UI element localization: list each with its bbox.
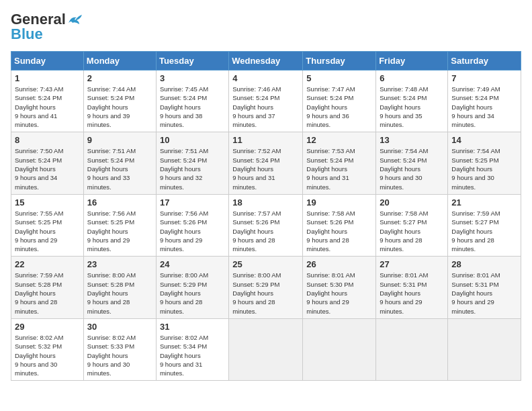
day-info: Sunrise: 8:01 AM Sunset: 5:31 PM Dayligh… xyxy=(451,271,517,315)
day-number: 6 xyxy=(380,73,444,83)
day-info: Sunrise: 7:55 AM Sunset: 5:25 PM Dayligh… xyxy=(15,209,80,253)
day-info: Sunrise: 7:44 AM Sunset: 5:24 PM Dayligh… xyxy=(87,85,152,129)
calendar-cell: 28 Sunrise: 8:01 AM Sunset: 5:31 PM Dayl… xyxy=(448,257,521,318)
day-info: Sunrise: 7:53 AM Sunset: 5:24 PM Dayligh… xyxy=(306,146,372,191)
calendar-cell: 20 Sunrise: 7:58 AM Sunset: 5:27 PM Dayl… xyxy=(376,194,448,256)
calendar-cell: 17 Sunrise: 7:56 AM Sunset: 5:26 PM Dayl… xyxy=(156,194,228,256)
day-number: 12 xyxy=(306,135,372,145)
day-number: 4 xyxy=(232,73,299,83)
day-info: Sunrise: 8:02 AM Sunset: 5:33 PM Dayligh… xyxy=(87,333,152,377)
day-info: Sunrise: 7:46 AM Sunset: 5:24 PM Dayligh… xyxy=(232,85,299,129)
day-number: 15 xyxy=(15,197,80,208)
calendar-cell: 31 Sunrise: 8:02 AM Sunset: 5:34 PM Dayl… xyxy=(156,318,228,380)
day-info: Sunrise: 8:00 AM Sunset: 5:29 PM Dayligh… xyxy=(232,271,299,315)
day-info: Sunrise: 7:43 AM Sunset: 5:24 PM Dayligh… xyxy=(15,85,80,129)
day-info: Sunrise: 8:01 AM Sunset: 5:31 PM Dayligh… xyxy=(380,271,444,315)
calendar-cell: 21 Sunrise: 7:59 AM Sunset: 5:27 PM Dayl… xyxy=(448,194,521,256)
day-info: Sunrise: 7:59 AM Sunset: 5:28 PM Dayligh… xyxy=(15,271,80,315)
calendar-cell: 18 Sunrise: 7:57 AM Sunset: 5:26 PM Dayl… xyxy=(229,194,303,256)
weekday-header-wednesday: Wednesday xyxy=(229,52,303,71)
calendar-cell xyxy=(303,318,376,380)
logo: General Blue xyxy=(11,11,82,43)
day-number: 10 xyxy=(160,135,225,145)
weekday-header-monday: Monday xyxy=(83,52,156,71)
day-info: Sunrise: 7:58 AM Sunset: 5:26 PM Dayligh… xyxy=(306,209,372,253)
day-info: Sunrise: 7:52 AM Sunset: 5:24 PM Dayligh… xyxy=(232,146,299,191)
day-number: 26 xyxy=(306,259,372,269)
day-number: 31 xyxy=(160,322,225,332)
day-info: Sunrise: 7:54 AM Sunset: 5:24 PM Dayligh… xyxy=(380,146,444,191)
day-number: 14 xyxy=(451,135,517,145)
calendar-cell: 6 Sunrise: 7:48 AM Sunset: 5:24 PM Dayli… xyxy=(376,71,448,132)
logo-text-blue: Blue xyxy=(11,26,43,43)
calendar-cell: 22 Sunrise: 7:59 AM Sunset: 5:28 PM Dayl… xyxy=(11,257,84,318)
day-info: Sunrise: 7:59 AM Sunset: 5:27 PM Dayligh… xyxy=(451,209,517,253)
day-info: Sunrise: 7:49 AM Sunset: 5:24 PM Dayligh… xyxy=(451,85,517,129)
day-info: Sunrise: 8:02 AM Sunset: 5:34 PM Dayligh… xyxy=(160,333,225,377)
calendar-cell: 3 Sunrise: 7:45 AM Sunset: 5:24 PM Dayli… xyxy=(156,71,228,132)
calendar-cell: 8 Sunrise: 7:50 AM Sunset: 5:24 PM Dayli… xyxy=(11,132,84,194)
calendar-cell: 4 Sunrise: 7:46 AM Sunset: 5:24 PM Dayli… xyxy=(229,71,303,132)
day-number: 30 xyxy=(87,322,152,332)
day-number: 22 xyxy=(15,259,80,269)
weekday-header-tuesday: Tuesday xyxy=(156,52,228,71)
calendar-cell: 1 Sunrise: 7:43 AM Sunset: 5:24 PM Dayli… xyxy=(11,71,84,132)
day-number: 16 xyxy=(87,197,152,208)
day-number: 25 xyxy=(232,259,299,269)
day-info: Sunrise: 7:47 AM Sunset: 5:24 PM Dayligh… xyxy=(306,85,372,129)
day-info: Sunrise: 8:02 AM Sunset: 5:32 PM Dayligh… xyxy=(15,333,80,377)
calendar-cell xyxy=(229,318,303,380)
day-info: Sunrise: 7:50 AM Sunset: 5:24 PM Dayligh… xyxy=(15,146,80,191)
day-number: 1 xyxy=(15,73,80,83)
day-number: 23 xyxy=(87,259,152,269)
day-info: Sunrise: 8:00 AM Sunset: 5:28 PM Dayligh… xyxy=(87,271,152,315)
day-info: Sunrise: 7:45 AM Sunset: 5:24 PM Dayligh… xyxy=(160,85,225,129)
weekday-header-sunday: Sunday xyxy=(11,52,84,71)
calendar-cell: 15 Sunrise: 7:55 AM Sunset: 5:25 PM Dayl… xyxy=(11,194,84,256)
day-number: 3 xyxy=(160,73,225,83)
weekday-header-saturday: Saturday xyxy=(448,52,521,71)
calendar-cell: 23 Sunrise: 8:00 AM Sunset: 5:28 PM Dayl… xyxy=(83,257,156,318)
day-info: Sunrise: 7:54 AM Sunset: 5:25 PM Dayligh… xyxy=(451,146,517,191)
day-info: Sunrise: 7:58 AM Sunset: 5:27 PM Dayligh… xyxy=(380,209,444,253)
day-number: 27 xyxy=(380,259,444,269)
calendar-cell: 12 Sunrise: 7:53 AM Sunset: 5:24 PM Dayl… xyxy=(303,132,376,194)
calendar-cell: 5 Sunrise: 7:47 AM Sunset: 5:24 PM Dayli… xyxy=(303,71,376,132)
day-info: Sunrise: 7:56 AM Sunset: 5:26 PM Dayligh… xyxy=(160,209,225,253)
calendar-cell xyxy=(376,318,448,380)
calendar-cell: 13 Sunrise: 7:54 AM Sunset: 5:24 PM Dayl… xyxy=(376,132,448,194)
logo-bird-icon xyxy=(67,13,82,26)
calendar-table: SundayMondayTuesdayWednesdayThursdayFrid… xyxy=(11,51,521,381)
calendar-cell: 27 Sunrise: 8:01 AM Sunset: 5:31 PM Dayl… xyxy=(376,257,448,318)
weekday-header-thursday: Thursday xyxy=(303,52,376,71)
day-number: 5 xyxy=(306,73,372,83)
day-info: Sunrise: 7:51 AM Sunset: 5:24 PM Dayligh… xyxy=(87,146,152,191)
day-number: 18 xyxy=(232,197,299,208)
day-number: 8 xyxy=(15,135,80,145)
day-number: 24 xyxy=(160,259,225,269)
calendar-cell: 11 Sunrise: 7:52 AM Sunset: 5:24 PM Dayl… xyxy=(229,132,303,194)
day-info: Sunrise: 8:01 AM Sunset: 5:30 PM Dayligh… xyxy=(306,271,372,315)
day-number: 11 xyxy=(232,135,299,145)
calendar-cell: 25 Sunrise: 8:00 AM Sunset: 5:29 PM Dayl… xyxy=(229,257,303,318)
day-number: 13 xyxy=(380,135,444,145)
day-number: 29 xyxy=(15,322,80,332)
day-info: Sunrise: 7:48 AM Sunset: 5:24 PM Dayligh… xyxy=(380,85,444,129)
calendar-cell: 14 Sunrise: 7:54 AM Sunset: 5:25 PM Dayl… xyxy=(448,132,521,194)
calendar-cell: 24 Sunrise: 8:00 AM Sunset: 5:29 PM Dayl… xyxy=(156,257,228,318)
day-number: 2 xyxy=(87,73,152,83)
day-info: Sunrise: 7:57 AM Sunset: 5:26 PM Dayligh… xyxy=(232,209,299,253)
calendar-cell: 30 Sunrise: 8:02 AM Sunset: 5:33 PM Dayl… xyxy=(83,318,156,380)
calendar-cell: 2 Sunrise: 7:44 AM Sunset: 5:24 PM Dayli… xyxy=(83,71,156,132)
day-info: Sunrise: 8:00 AM Sunset: 5:29 PM Dayligh… xyxy=(160,271,225,315)
calendar-cell xyxy=(448,318,521,380)
day-info: Sunrise: 7:56 AM Sunset: 5:25 PM Dayligh… xyxy=(87,209,152,253)
day-number: 9 xyxy=(87,135,152,145)
day-number: 28 xyxy=(451,259,517,269)
day-number: 7 xyxy=(451,73,517,83)
day-number: 17 xyxy=(160,197,225,208)
calendar-cell: 16 Sunrise: 7:56 AM Sunset: 5:25 PM Dayl… xyxy=(83,194,156,256)
day-number: 21 xyxy=(451,197,517,208)
day-info: Sunrise: 7:51 AM Sunset: 5:24 PM Dayligh… xyxy=(160,146,225,191)
calendar-cell: 26 Sunrise: 8:01 AM Sunset: 5:30 PM Dayl… xyxy=(303,257,376,318)
